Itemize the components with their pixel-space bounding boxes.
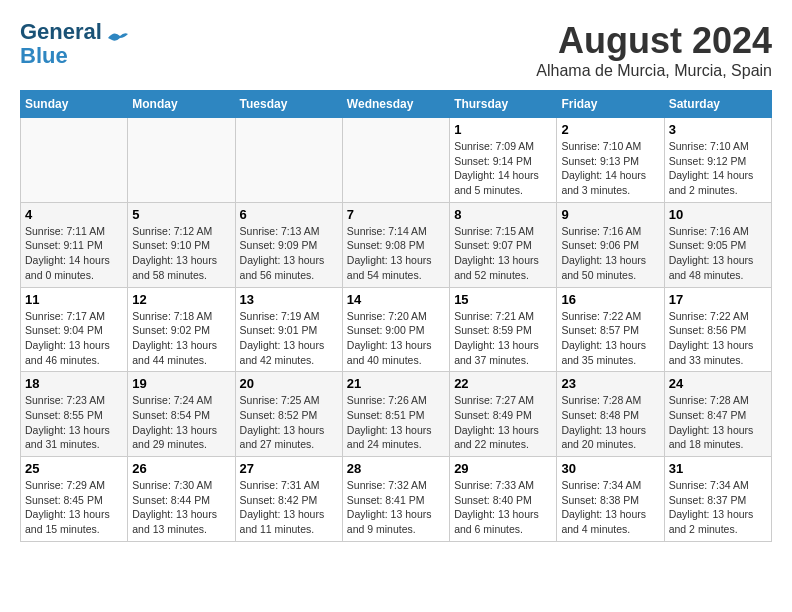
header-thursday: Thursday <box>450 91 557 118</box>
header-monday: Monday <box>128 91 235 118</box>
day-info: Sunrise: 7:30 AM Sunset: 8:44 PM Dayligh… <box>132 478 230 537</box>
day-info: Sunrise: 7:24 AM Sunset: 8:54 PM Dayligh… <box>132 393 230 452</box>
day-number: 5 <box>132 207 230 222</box>
calendar-week-row: 11Sunrise: 7:17 AM Sunset: 9:04 PM Dayli… <box>21 287 772 372</box>
day-number: 25 <box>25 461 123 476</box>
day-info: Sunrise: 7:09 AM Sunset: 9:14 PM Dayligh… <box>454 139 552 198</box>
calendar-week-row: 18Sunrise: 7:23 AM Sunset: 8:55 PM Dayli… <box>21 372 772 457</box>
table-row: 26Sunrise: 7:30 AM Sunset: 8:44 PM Dayli… <box>128 457 235 542</box>
day-info: Sunrise: 7:22 AM Sunset: 8:56 PM Dayligh… <box>669 309 767 368</box>
table-row: 4Sunrise: 7:11 AM Sunset: 9:11 PM Daylig… <box>21 202 128 287</box>
calendar-table: Sunday Monday Tuesday Wednesday Thursday… <box>20 90 772 542</box>
day-number: 10 <box>669 207 767 222</box>
day-number: 21 <box>347 376 445 391</box>
title-area: August 2024 Alhama de Murcia, Murcia, Sp… <box>536 20 772 80</box>
table-row <box>128 118 235 203</box>
month-year-title: August 2024 <box>536 20 772 62</box>
day-info: Sunrise: 7:26 AM Sunset: 8:51 PM Dayligh… <box>347 393 445 452</box>
day-info: Sunrise: 7:22 AM Sunset: 8:57 PM Dayligh… <box>561 309 659 368</box>
day-info: Sunrise: 7:13 AM Sunset: 9:09 PM Dayligh… <box>240 224 338 283</box>
header-friday: Friday <box>557 91 664 118</box>
table-row: 17Sunrise: 7:22 AM Sunset: 8:56 PM Dayli… <box>664 287 771 372</box>
day-info: Sunrise: 7:28 AM Sunset: 8:47 PM Dayligh… <box>669 393 767 452</box>
day-info: Sunrise: 7:15 AM Sunset: 9:07 PM Dayligh… <box>454 224 552 283</box>
day-number: 1 <box>454 122 552 137</box>
day-info: Sunrise: 7:28 AM Sunset: 8:48 PM Dayligh… <box>561 393 659 452</box>
table-row: 12Sunrise: 7:18 AM Sunset: 9:02 PM Dayli… <box>128 287 235 372</box>
table-row: 6Sunrise: 7:13 AM Sunset: 9:09 PM Daylig… <box>235 202 342 287</box>
day-number: 7 <box>347 207 445 222</box>
day-number: 24 <box>669 376 767 391</box>
day-number: 9 <box>561 207 659 222</box>
logo-line2: Blue <box>20 43 68 68</box>
day-info: Sunrise: 7:18 AM Sunset: 9:02 PM Dayligh… <box>132 309 230 368</box>
day-number: 28 <box>347 461 445 476</box>
header-sunday: Sunday <box>21 91 128 118</box>
day-number: 16 <box>561 292 659 307</box>
day-info: Sunrise: 7:20 AM Sunset: 9:00 PM Dayligh… <box>347 309 445 368</box>
table-row: 3Sunrise: 7:10 AM Sunset: 9:12 PM Daylig… <box>664 118 771 203</box>
logo-line1: General <box>20 19 102 44</box>
calendar-week-row: 25Sunrise: 7:29 AM Sunset: 8:45 PM Dayli… <box>21 457 772 542</box>
table-row: 23Sunrise: 7:28 AM Sunset: 8:48 PM Dayli… <box>557 372 664 457</box>
day-info: Sunrise: 7:21 AM Sunset: 8:59 PM Dayligh… <box>454 309 552 368</box>
calendar-header-row: Sunday Monday Tuesday Wednesday Thursday… <box>21 91 772 118</box>
day-info: Sunrise: 7:19 AM Sunset: 9:01 PM Dayligh… <box>240 309 338 368</box>
calendar-week-row: 4Sunrise: 7:11 AM Sunset: 9:11 PM Daylig… <box>21 202 772 287</box>
day-number: 29 <box>454 461 552 476</box>
day-info: Sunrise: 7:32 AM Sunset: 8:41 PM Dayligh… <box>347 478 445 537</box>
day-info: Sunrise: 7:27 AM Sunset: 8:49 PM Dayligh… <box>454 393 552 452</box>
day-number: 26 <box>132 461 230 476</box>
day-number: 14 <box>347 292 445 307</box>
day-number: 22 <box>454 376 552 391</box>
table-row: 19Sunrise: 7:24 AM Sunset: 8:54 PM Dayli… <box>128 372 235 457</box>
day-number: 3 <box>669 122 767 137</box>
day-number: 19 <box>132 376 230 391</box>
day-info: Sunrise: 7:34 AM Sunset: 8:38 PM Dayligh… <box>561 478 659 537</box>
day-number: 15 <box>454 292 552 307</box>
header-wednesday: Wednesday <box>342 91 449 118</box>
day-info: Sunrise: 7:16 AM Sunset: 9:06 PM Dayligh… <box>561 224 659 283</box>
day-number: 31 <box>669 461 767 476</box>
table-row: 13Sunrise: 7:19 AM Sunset: 9:01 PM Dayli… <box>235 287 342 372</box>
day-number: 6 <box>240 207 338 222</box>
header-saturday: Saturday <box>664 91 771 118</box>
day-number: 2 <box>561 122 659 137</box>
table-row: 15Sunrise: 7:21 AM Sunset: 8:59 PM Dayli… <box>450 287 557 372</box>
table-row: 30Sunrise: 7:34 AM Sunset: 8:38 PM Dayli… <box>557 457 664 542</box>
day-number: 30 <box>561 461 659 476</box>
table-row: 25Sunrise: 7:29 AM Sunset: 8:45 PM Dayli… <box>21 457 128 542</box>
table-row: 10Sunrise: 7:16 AM Sunset: 9:05 PM Dayli… <box>664 202 771 287</box>
day-info: Sunrise: 7:17 AM Sunset: 9:04 PM Dayligh… <box>25 309 123 368</box>
day-number: 11 <box>25 292 123 307</box>
page-header: General Blue August 2024 Alhama de Murci… <box>20 20 772 80</box>
day-info: Sunrise: 7:12 AM Sunset: 9:10 PM Dayligh… <box>132 224 230 283</box>
day-number: 20 <box>240 376 338 391</box>
day-info: Sunrise: 7:25 AM Sunset: 8:52 PM Dayligh… <box>240 393 338 452</box>
day-number: 17 <box>669 292 767 307</box>
table-row: 27Sunrise: 7:31 AM Sunset: 8:42 PM Dayli… <box>235 457 342 542</box>
day-number: 23 <box>561 376 659 391</box>
table-row: 5Sunrise: 7:12 AM Sunset: 9:10 PM Daylig… <box>128 202 235 287</box>
logo: General Blue <box>20 20 130 68</box>
table-row: 8Sunrise: 7:15 AM Sunset: 9:07 PM Daylig… <box>450 202 557 287</box>
day-info: Sunrise: 7:10 AM Sunset: 9:13 PM Dayligh… <box>561 139 659 198</box>
day-number: 13 <box>240 292 338 307</box>
table-row: 14Sunrise: 7:20 AM Sunset: 9:00 PM Dayli… <box>342 287 449 372</box>
day-number: 18 <box>25 376 123 391</box>
table-row: 16Sunrise: 7:22 AM Sunset: 8:57 PM Dayli… <box>557 287 664 372</box>
bird-icon <box>106 28 130 48</box>
day-number: 4 <box>25 207 123 222</box>
table-row <box>21 118 128 203</box>
table-row: 28Sunrise: 7:32 AM Sunset: 8:41 PM Dayli… <box>342 457 449 542</box>
table-row <box>342 118 449 203</box>
table-row: 9Sunrise: 7:16 AM Sunset: 9:06 PM Daylig… <box>557 202 664 287</box>
day-info: Sunrise: 7:29 AM Sunset: 8:45 PM Dayligh… <box>25 478 123 537</box>
day-info: Sunrise: 7:33 AM Sunset: 8:40 PM Dayligh… <box>454 478 552 537</box>
table-row: 31Sunrise: 7:34 AM Sunset: 8:37 PM Dayli… <box>664 457 771 542</box>
table-row: 22Sunrise: 7:27 AM Sunset: 8:49 PM Dayli… <box>450 372 557 457</box>
day-info: Sunrise: 7:16 AM Sunset: 9:05 PM Dayligh… <box>669 224 767 283</box>
table-row: 24Sunrise: 7:28 AM Sunset: 8:47 PM Dayli… <box>664 372 771 457</box>
day-info: Sunrise: 7:34 AM Sunset: 8:37 PM Dayligh… <box>669 478 767 537</box>
header-tuesday: Tuesday <box>235 91 342 118</box>
